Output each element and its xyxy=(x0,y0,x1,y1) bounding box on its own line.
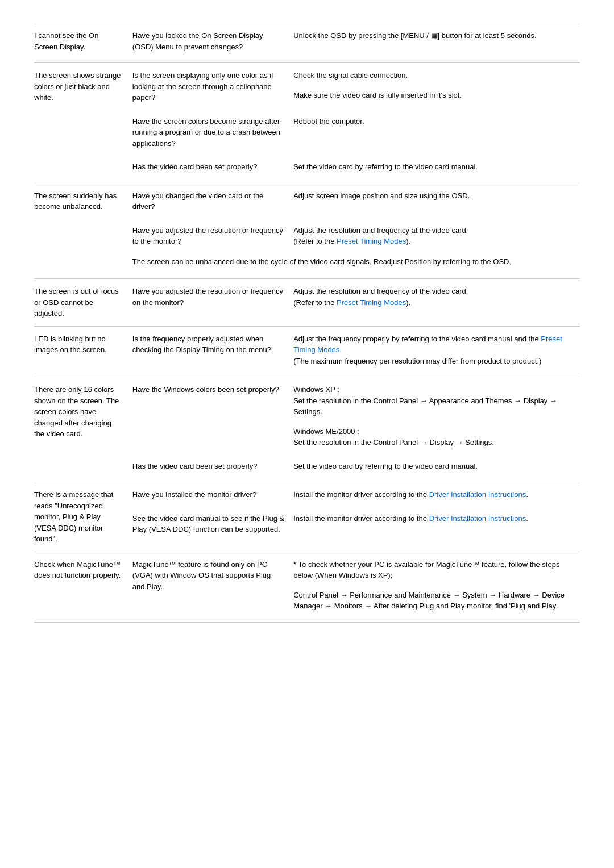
solution-link[interactable]: Preset Timing Modes xyxy=(293,335,562,354)
problem-column: The screen suddenly has become unbalance… xyxy=(34,190,132,272)
full-width-note: The screen can be unbalanced due to the … xyxy=(132,251,580,272)
solution-paragraph: Set the video card by referring to the v… xyxy=(293,461,580,472)
problem-text: The screen shows strange colors or just … xyxy=(34,70,123,103)
problem-column: The screen shows strange colors or just … xyxy=(34,70,132,176)
check-solution-pair: Have you adjusted the resolution or freq… xyxy=(132,286,580,311)
check-solution-pair: Have the Windows colors been set properl… xyxy=(132,384,580,452)
solution-paragraph: Unlock the OSD by pressing the [MENU / ▦… xyxy=(293,30,580,41)
check-solution-pair: MagicTune™ feature is found only on PC (… xyxy=(132,559,580,615)
solution-text: Adjust the resolution and frequency at t… xyxy=(293,225,580,247)
solution-text: Check the signal cable connection.Make s… xyxy=(293,70,580,103)
check-text: MagicTune™ feature is found only on PC (… xyxy=(132,559,293,612)
problem-column: The screen is out of focus or OSD cannot… xyxy=(34,286,132,319)
problem-column: I cannot see the On Screen Display. xyxy=(34,30,132,56)
solution-paragraph: Set the video card by referring to the v… xyxy=(293,161,580,173)
solution-paragraph: Windows ME/2000 : xyxy=(293,426,580,437)
check-solution-pair: Has the video card been set properly?Set… xyxy=(132,454,580,475)
check-solution-area: Have the Windows colors been set properl… xyxy=(132,384,580,475)
row-led-blinking: LED is blinking but no images on the scr… xyxy=(34,326,580,377)
solution-link[interactable]: Driver Installation Instructions xyxy=(429,514,526,523)
solution-text: Adjust the resolution and frequency of t… xyxy=(293,286,580,308)
check-text: Has the video card been set properly? xyxy=(132,461,293,472)
solution-paragraph: Windows XP : xyxy=(293,384,580,395)
solution-paragraph: Adjust screen image position and size us… xyxy=(293,190,580,202)
solution-paragraph: Adjust the resolution and frequency of t… xyxy=(293,286,580,297)
row-unbalanced: The screen suddenly has become unbalance… xyxy=(34,183,580,279)
check-text: Have the screen colors become strange af… xyxy=(132,116,293,149)
problem-text: Check when MagicTune™ does not function … xyxy=(34,559,123,581)
check-solution-pair: Has the video card been set properly?Set… xyxy=(132,155,580,176)
check-text: Is the frequency properly adjusted when … xyxy=(132,333,293,367)
check-solution-pair: Have you locked the On Screen Display (O… xyxy=(132,30,580,56)
solution-paragraph: (Refer to the Preset Timing Modes). xyxy=(293,236,580,247)
solution-text: Unlock the OSD by pressing the [MENU / ▦… xyxy=(293,30,580,52)
check-text: See the video card manual to see if the … xyxy=(132,513,293,535)
problem-text: The screen suddenly has become unbalance… xyxy=(34,190,123,212)
check-text: Have you changed the video card or the d… xyxy=(132,190,293,212)
solution-text: Reboot the computer. xyxy=(293,116,580,149)
check-text: Have you locked the On Screen Display (O… xyxy=(132,30,293,52)
check-solution-pair: Have the screen colors become strange af… xyxy=(132,109,580,153)
problem-column: There are only 16 colors shown on the sc… xyxy=(34,384,132,475)
check-solution-pair: Have you installed the monitor driver?In… xyxy=(132,489,580,504)
solution-paragraph: Adjust the resolution and frequency at t… xyxy=(293,225,580,236)
solution-paragraph: * To check whether your PC is available … xyxy=(293,559,580,581)
solution-text: Install the monitor driver according to … xyxy=(293,513,580,535)
row-strange-colors: The screen shows strange colors or just … xyxy=(34,62,580,183)
check-solution-area: Have you adjusted the resolution or freq… xyxy=(132,286,580,319)
solution-paragraph: Control Panel → Performance and Maintena… xyxy=(293,590,580,612)
check-solution-pair: Have you adjusted the resolution or freq… xyxy=(132,218,580,251)
row-focus: The screen is out of focus or OSD cannot… xyxy=(34,278,580,326)
solution-paragraph: Reboot the computer. xyxy=(293,116,580,127)
check-text: Is the screen displaying only one color … xyxy=(132,70,293,103)
solution-paragraph: Check the signal cable connection. xyxy=(293,70,580,81)
row-16colors: There are only 16 colors shown on the sc… xyxy=(34,377,580,482)
solution-paragraph: (Refer to the Preset Timing Modes). xyxy=(293,297,580,308)
solution-text: Set the video card by referring to the v… xyxy=(293,161,580,173)
problem-text: The screen is out of focus or OSD cannot… xyxy=(34,286,123,319)
check-text: Have the Windows colors been set properl… xyxy=(132,384,293,448)
check-solution-pair: See the video card manual to see if the … xyxy=(132,506,580,539)
problem-text: I cannot see the On Screen Display. xyxy=(34,30,123,52)
check-solution-area: Is the frequency properly adjusted when … xyxy=(132,333,580,370)
problem-text: There is a message that reads "Unrecogni… xyxy=(34,489,123,545)
check-text: Have you installed the monitor driver? xyxy=(132,489,293,500)
row-osd: I cannot see the On Screen Display.Have … xyxy=(34,23,580,62)
solution-link[interactable]: Driver Installation Instructions xyxy=(429,490,526,499)
check-text: Have you adjusted the resolution or freq… xyxy=(132,225,293,247)
check-solution-pair: Have you changed the video card or the d… xyxy=(132,190,580,216)
solution-paragraph: Make sure the video card is fully insert… xyxy=(293,90,580,101)
solution-paragraph: Set the resolution in the Control Panel … xyxy=(293,437,580,448)
solution-text: Install the monitor driver according to … xyxy=(293,489,580,500)
problem-column: LED is blinking but no images on the scr… xyxy=(34,333,132,370)
solution-link[interactable]: Preset Timing Modes xyxy=(337,237,406,245)
solution-text: Set the video card by referring to the v… xyxy=(293,461,580,472)
solution-paragraph: Install the monitor driver according to … xyxy=(293,489,580,500)
check-text: Have you adjusted the resolution or freq… xyxy=(132,286,293,308)
problem-text: There are only 16 colors shown on the sc… xyxy=(34,384,123,440)
problem-column: Check when MagicTune™ does not function … xyxy=(34,559,132,615)
check-solution-area: Have you installed the monitor driver?In… xyxy=(132,489,580,545)
problem-column: There is a message that reads "Unrecogni… xyxy=(34,489,132,545)
troubleshooting-table: I cannot see the On Screen Display.Have … xyxy=(34,23,580,623)
solution-paragraph: (The maximum frequency per resolution ma… xyxy=(293,356,580,367)
check-solution-area: MagicTune™ feature is found only on PC (… xyxy=(132,559,580,615)
check-solution-area: Is the screen displaying only one color … xyxy=(132,70,580,176)
solution-text: * To check whether your PC is available … xyxy=(293,559,580,612)
row-magictune: Check when MagicTune™ does not function … xyxy=(34,552,580,623)
check-solution-area: Have you locked the On Screen Display (O… xyxy=(132,30,580,56)
check-solution-pair: Is the frequency properly adjusted when … xyxy=(132,333,580,370)
solution-link[interactable]: Preset Timing Modes xyxy=(337,298,406,307)
check-solution-area: Have you changed the video card or the d… xyxy=(132,190,580,272)
solution-paragraph: Adjust the frequency properly by referri… xyxy=(293,333,580,356)
problem-text: LED is blinking but no images on the scr… xyxy=(34,333,123,356)
solution-text: Windows XP :Set the resolution in the Co… xyxy=(293,384,580,448)
solution-paragraph: Set the resolution in the Control Panel … xyxy=(293,395,580,418)
row-unrecognized: There is a message that reads "Unrecogni… xyxy=(34,482,580,552)
check-solution-pair: Is the screen displaying only one color … xyxy=(132,70,580,107)
solution-text: Adjust screen image position and size us… xyxy=(293,190,580,212)
solution-text: Adjust the frequency properly by referri… xyxy=(293,333,580,367)
check-text: Has the video card been set properly? xyxy=(132,161,293,173)
solution-paragraph: Install the monitor driver according to … xyxy=(293,513,580,524)
